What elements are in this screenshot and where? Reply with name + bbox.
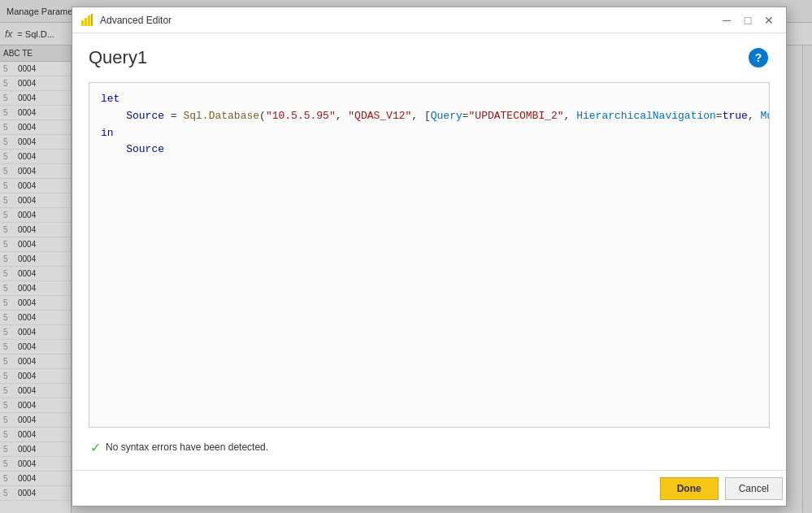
- advanced-editor-modal: Advanced Editor ─ □ ✕ Query1 ?: [72, 7, 787, 506]
- modal-maximize-button[interactable]: □: [739, 11, 757, 29]
- modal-overlay: Advanced Editor ─ □ ✕ Query1 ?: [0, 0, 812, 513]
- modal-controls: ─ □ ✕: [718, 11, 778, 29]
- modal-close-button[interactable]: ✕: [760, 11, 778, 29]
- modal-minimize-button[interactable]: ─: [718, 11, 736, 29]
- modal-title-text: Advanced Editor: [100, 15, 718, 26]
- svg-rect-3: [91, 14, 93, 26]
- svg-text:?: ?: [755, 51, 762, 64]
- help-icon: ?: [748, 47, 769, 68]
- code-line-3: in: [101, 125, 758, 142]
- code-line-1: let: [101, 91, 758, 108]
- query-name-label: Query1: [89, 47, 147, 68]
- code-line-4: Source: [101, 141, 758, 159]
- svg-rect-1: [85, 18, 87, 26]
- svg-rect-2: [88, 15, 90, 26]
- modal-body: Query1 ? let Source = Sql.Database("10.5…: [72, 33, 786, 470]
- status-check-icon: ✓: [90, 440, 101, 455]
- done-button[interactable]: Done: [660, 477, 719, 500]
- modal-footer: Done Cancel: [72, 470, 786, 506]
- help-icon-button[interactable]: ?: [747, 46, 770, 69]
- query-header: Query1 ?: [89, 46, 770, 69]
- status-text: No syntax errors have been detected.: [106, 441, 268, 453]
- power-bi-icon: [80, 14, 93, 27]
- cancel-button[interactable]: Cancel: [725, 477, 783, 500]
- svg-rect-0: [81, 20, 84, 26]
- code-line-2: Source = Sql.Database("10.5.5.95", "QDAS…: [101, 108, 758, 125]
- status-bar: ✓ No syntax errors have been detected.: [89, 434, 770, 460]
- code-editor[interactable]: let Source = Sql.Database("10.5.5.95", "…: [89, 82, 770, 428]
- modal-titlebar: Advanced Editor ─ □ ✕: [72, 7, 786, 33]
